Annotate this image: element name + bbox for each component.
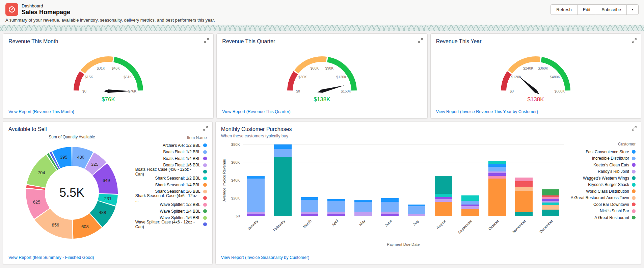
bar-segment[interactable] [515, 191, 533, 213]
legend-label: Shark Seasonal: Case (4x6 - 12oz - ... [135, 193, 200, 203]
bar-segment[interactable] [488, 176, 506, 179]
bar-segment[interactable] [408, 206, 425, 214]
legend-dot [632, 196, 636, 200]
bar-segment[interactable] [542, 205, 559, 210]
bar-segment[interactable] [488, 167, 506, 171]
legend-dot [203, 196, 207, 200]
legend-dot [632, 170, 636, 173]
gauge-value: $138K [314, 96, 330, 103]
refresh-button[interactable]: Refresh [551, 4, 578, 15]
bar-july[interactable] [408, 144, 425, 216]
expand-icon[interactable] [418, 38, 423, 43]
bar-segment[interactable] [381, 198, 399, 202]
gauge-needle [104, 89, 131, 93]
bar-february[interactable] [274, 144, 292, 216]
bar-segment[interactable] [515, 187, 533, 191]
bar-segment[interactable] [461, 206, 479, 209]
more-actions-button[interactable]: ▼ [626, 4, 639, 15]
legend-item: Cool Bar Downtown [564, 201, 636, 208]
bar-segment[interactable] [274, 144, 292, 149]
donut-segment-label: 704 [38, 170, 45, 175]
donut-canvas[interactable]: 4303256492314886088566257043955.5K [15, 140, 129, 247]
view-report-link[interactable]: View Report (Revenue This Month) [8, 109, 208, 114]
x-axis-tick-label: November [512, 219, 527, 234]
bar-segment[interactable] [542, 203, 559, 205]
bar-november[interactable] [515, 144, 533, 216]
gauge-chart: $0$30K$60K$90K$120K$150K$138K [261, 50, 383, 105]
subscribe-button[interactable]: Subscribe [596, 4, 627, 15]
app-label: Dashboard [22, 3, 70, 8]
bar-august[interactable] [435, 144, 452, 216]
bar-segment[interactable] [354, 212, 372, 216]
expand-icon[interactable] [204, 38, 209, 43]
bar-segment[interactable] [247, 176, 265, 179]
legend-label: Shark Seasonal: 1/4 BBL [155, 183, 200, 187]
legend-item: Wave Splitter: Case (4x6 - 12oz - Can) [135, 221, 207, 228]
bar-segment[interactable] [274, 157, 292, 216]
bar-segment[interactable] [488, 179, 506, 216]
bar-segment[interactable] [515, 212, 533, 216]
bar-january[interactable] [247, 144, 265, 216]
bar-segment[interactable] [542, 210, 559, 216]
bar-segment[interactable] [381, 212, 399, 214]
bar-april[interactable] [327, 144, 345, 216]
bar-chart[interactable]: Average Invoice Revenue $0$20K$40K$60K$8… [221, 140, 564, 255]
bar-segment[interactable] [381, 202, 399, 212]
bar-segment[interactable] [515, 181, 533, 187]
bar-segment[interactable] [301, 197, 318, 200]
legend-item: Shark Seasonal: Case (4x6 - 12oz - ... [135, 195, 207, 202]
widget-title: Revenue This Month [8, 38, 208, 45]
view-report-link[interactable]: View Report (Revenue This Quarter) [222, 109, 422, 114]
bar-segment[interactable] [435, 194, 452, 197]
bar-segment[interactable] [247, 179, 265, 213]
gauge-canvas[interactable]: $0$15K$31K$46K$61K$76K$76K [8, 45, 208, 109]
legend-label: Boats Float: 1/4 BBL [163, 156, 200, 161]
donut-segment [35, 187, 36, 189]
bar-segment[interactable] [435, 199, 452, 202]
bar-segment[interactable] [354, 202, 372, 212]
donut-segment-label: 625 [33, 199, 41, 205]
legend-dot [632, 163, 636, 167]
view-report-link[interactable]: View Report (Item Summary - Finished Goo… [8, 255, 207, 260]
legend-label: A Great Restaurant Across Town [571, 195, 629, 200]
bar-march[interactable] [301, 144, 318, 216]
bar-segment[interactable] [488, 173, 506, 176]
expand-icon[interactable] [203, 126, 208, 131]
bar-may[interactable] [354, 144, 372, 216]
bar-segment[interactable] [301, 200, 318, 212]
view-report-link[interactable]: View Report (Invoice Seasonality by Cust… [221, 255, 636, 260]
legend-item: Incredible Distributor [564, 155, 636, 162]
x-axis-tick-label: October [488, 219, 500, 231]
bar-september[interactable] [461, 144, 479, 216]
legend-dot [632, 209, 636, 213]
bar-segment[interactable] [327, 212, 345, 214]
bar-segment[interactable] [327, 201, 345, 212]
widget-subtitle: When these customers typically buy [221, 134, 636, 138]
bar-october[interactable] [488, 144, 506, 216]
card-monthly-customer-purchases: Monthly Customer Purchases When these cu… [215, 121, 641, 264]
edit-button[interactable]: Edit [577, 4, 596, 15]
bar-segment[interactable] [435, 202, 452, 216]
bar-segment[interactable] [488, 164, 506, 167]
bar-segment[interactable] [461, 201, 479, 205]
x-axis-tick-label: August [435, 219, 447, 230]
gauge-tick-label: $15K [85, 75, 93, 79]
expand-icon[interactable] [632, 126, 637, 131]
bar-segment[interactable] [461, 209, 479, 216]
widget-title: Revenue This Quarter [222, 38, 422, 45]
donut-segment-label: 488 [99, 210, 106, 215]
bar-segment[interactable] [515, 178, 533, 181]
bar-segment[interactable] [488, 161, 506, 164]
bar-segment[interactable] [435, 176, 452, 194]
legend-dot [203, 157, 207, 160]
bar-segment[interactable] [274, 149, 292, 157]
bar-segment[interactable] [542, 189, 559, 196]
bar-december[interactable] [542, 144, 559, 216]
view-report-link[interactable]: View Report (Invoice Revenue This Year b… [436, 109, 636, 114]
gauge-canvas[interactable]: $0$120K$240K$360K$480K$600K$138K [436, 45, 636, 109]
bar-june[interactable] [381, 144, 399, 216]
gauge-canvas[interactable]: $0$30K$60K$90K$120K$150K$138K [222, 45, 422, 109]
legend-item: Boats Float: Case (4x6 - 12oz - Can) [135, 168, 207, 175]
expand-icon[interactable] [632, 38, 637, 43]
bar-segment[interactable] [461, 195, 479, 201]
